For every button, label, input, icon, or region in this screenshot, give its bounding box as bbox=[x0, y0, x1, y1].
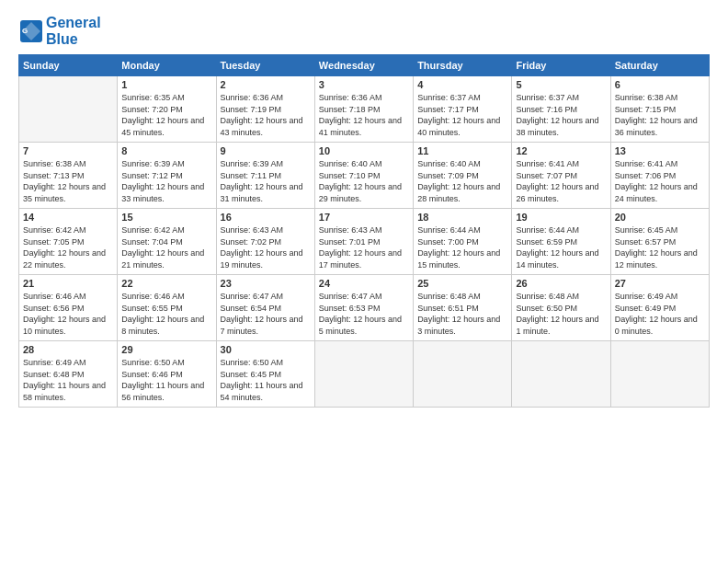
day-info: Sunrise: 6:39 AMSunset: 7:12 PMDaylight:… bbox=[121, 158, 211, 204]
calendar-cell bbox=[314, 341, 413, 407]
day-info: Sunrise: 6:48 AMSunset: 6:50 PMDaylight:… bbox=[516, 291, 606, 337]
day-number: 30 bbox=[221, 344, 311, 355]
day-info: Sunrise: 6:38 AMSunset: 7:13 PMDaylight:… bbox=[23, 158, 113, 204]
day-info: Sunrise: 6:49 AMSunset: 6:48 PMDaylight:… bbox=[23, 357, 113, 403]
calendar-cell: 29Sunrise: 6:50 AMSunset: 6:46 PMDayligh… bbox=[118, 341, 216, 407]
calendar-cell: 8Sunrise: 6:39 AMSunset: 7:12 PMDaylight… bbox=[118, 143, 216, 209]
day-number: 1 bbox=[121, 79, 211, 90]
week-row-1: 1Sunrise: 6:35 AMSunset: 7:20 PMDaylight… bbox=[19, 76, 710, 143]
calendar-cell: 3Sunrise: 6:36 AMSunset: 7:18 PMDaylight… bbox=[314, 76, 413, 143]
day-info: Sunrise: 6:49 AMSunset: 6:49 PMDaylight:… bbox=[615, 291, 705, 337]
day-info: Sunrise: 6:47 AMSunset: 6:54 PMDaylight:… bbox=[221, 291, 311, 337]
day-number: 28 bbox=[23, 344, 113, 355]
day-number: 11 bbox=[417, 145, 507, 156]
calendar-cell: 18Sunrise: 6:44 AMSunset: 7:00 PMDayligh… bbox=[414, 209, 512, 275]
day-info: Sunrise: 6:42 AMSunset: 7:05 PMDaylight:… bbox=[23, 224, 113, 270]
day-number: 15 bbox=[121, 212, 211, 223]
weekday-header-monday: Monday bbox=[118, 55, 216, 76]
day-number: 17 bbox=[319, 212, 409, 223]
calendar-table: SundayMondayTuesdayWednesdayThursdayFrid… bbox=[18, 54, 710, 407]
day-number: 18 bbox=[417, 212, 507, 223]
calendar-cell: 7Sunrise: 6:38 AMSunset: 7:13 PMDaylight… bbox=[19, 143, 118, 209]
week-row-4: 21Sunrise: 6:46 AMSunset: 6:56 PMDayligh… bbox=[19, 275, 710, 341]
day-info: Sunrise: 6:50 AMSunset: 6:45 PMDaylight:… bbox=[221, 357, 311, 403]
calendar-cell: 15Sunrise: 6:42 AMSunset: 7:04 PMDayligh… bbox=[118, 209, 216, 275]
calendar-cell: 20Sunrise: 6:45 AMSunset: 6:57 PMDayligh… bbox=[610, 209, 709, 275]
calendar-cell bbox=[610, 341, 709, 407]
day-info: Sunrise: 6:40 AMSunset: 7:10 PMDaylight:… bbox=[319, 158, 409, 204]
weekday-header-tuesday: Tuesday bbox=[216, 55, 314, 76]
day-info: Sunrise: 6:41 AMSunset: 7:06 PMDaylight:… bbox=[615, 158, 705, 204]
day-number: 14 bbox=[23, 212, 113, 223]
weekday-header-thursday: Thursday bbox=[414, 55, 512, 76]
day-info: Sunrise: 6:43 AMSunset: 7:01 PMDaylight:… bbox=[319, 224, 409, 270]
calendar-cell: 22Sunrise: 6:46 AMSunset: 6:55 PMDayligh… bbox=[118, 275, 216, 341]
svg-text:G: G bbox=[22, 27, 28, 35]
day-number: 23 bbox=[221, 278, 311, 289]
calendar-cell: 28Sunrise: 6:49 AMSunset: 6:48 PMDayligh… bbox=[19, 341, 118, 407]
calendar-cell: 30Sunrise: 6:50 AMSunset: 6:45 PMDayligh… bbox=[216, 341, 314, 407]
weekday-header-sunday: Sunday bbox=[19, 55, 118, 76]
day-info: Sunrise: 6:39 AMSunset: 7:11 PMDaylight:… bbox=[221, 158, 311, 204]
day-info: Sunrise: 6:37 AMSunset: 7:17 PMDaylight:… bbox=[417, 92, 507, 138]
calendar-cell: 17Sunrise: 6:43 AMSunset: 7:01 PMDayligh… bbox=[314, 209, 413, 275]
calendar-cell: 2Sunrise: 6:36 AMSunset: 7:19 PMDaylight… bbox=[216, 76, 314, 143]
page: G General Blue SundayMondayTuesdayWednes… bbox=[0, 0, 728, 563]
logo-icon: G bbox=[18, 18, 44, 44]
calendar-cell: 16Sunrise: 6:43 AMSunset: 7:02 PMDayligh… bbox=[216, 209, 314, 275]
weekday-header-row: SundayMondayTuesdayWednesdayThursdayFrid… bbox=[19, 55, 710, 76]
day-info: Sunrise: 6:36 AMSunset: 7:19 PMDaylight:… bbox=[221, 92, 311, 138]
week-row-2: 7Sunrise: 6:38 AMSunset: 7:13 PMDaylight… bbox=[19, 143, 710, 209]
day-info: Sunrise: 6:43 AMSunset: 7:02 PMDaylight:… bbox=[221, 224, 311, 270]
day-info: Sunrise: 6:50 AMSunset: 6:46 PMDaylight:… bbox=[121, 357, 211, 403]
week-row-5: 28Sunrise: 6:49 AMSunset: 6:48 PMDayligh… bbox=[19, 341, 710, 407]
calendar-cell: 14Sunrise: 6:42 AMSunset: 7:05 PMDayligh… bbox=[19, 209, 118, 275]
weekday-header-saturday: Saturday bbox=[610, 55, 709, 76]
logo-text: General Blue bbox=[46, 15, 101, 47]
day-info: Sunrise: 6:42 AMSunset: 7:04 PMDaylight:… bbox=[121, 224, 211, 270]
day-number: 7 bbox=[23, 145, 113, 156]
day-number: 26 bbox=[516, 278, 606, 289]
calendar-cell: 19Sunrise: 6:44 AMSunset: 6:59 PMDayligh… bbox=[512, 209, 610, 275]
calendar-cell bbox=[19, 76, 118, 143]
day-number: 24 bbox=[319, 278, 409, 289]
day-number: 3 bbox=[319, 79, 409, 90]
day-info: Sunrise: 6:40 AMSunset: 7:09 PMDaylight:… bbox=[417, 158, 507, 204]
calendar-cell: 26Sunrise: 6:48 AMSunset: 6:50 PMDayligh… bbox=[512, 275, 610, 341]
logo: G General Blue bbox=[18, 15, 101, 47]
calendar-cell: 1Sunrise: 6:35 AMSunset: 7:20 PMDaylight… bbox=[118, 76, 216, 143]
day-info: Sunrise: 6:37 AMSunset: 7:16 PMDaylight:… bbox=[516, 92, 606, 138]
day-info: Sunrise: 6:45 AMSunset: 6:57 PMDaylight:… bbox=[615, 224, 705, 270]
day-info: Sunrise: 6:46 AMSunset: 6:55 PMDaylight:… bbox=[121, 291, 211, 337]
weekday-header-friday: Friday bbox=[512, 55, 610, 76]
day-number: 20 bbox=[615, 212, 705, 223]
day-info: Sunrise: 6:48 AMSunset: 6:51 PMDaylight:… bbox=[417, 291, 507, 337]
day-info: Sunrise: 6:41 AMSunset: 7:07 PMDaylight:… bbox=[516, 158, 606, 204]
day-number: 8 bbox=[121, 145, 211, 156]
calendar-cell: 9Sunrise: 6:39 AMSunset: 7:11 PMDaylight… bbox=[216, 143, 314, 209]
calendar-cell bbox=[414, 341, 512, 407]
day-number: 19 bbox=[516, 212, 606, 223]
calendar-cell: 12Sunrise: 6:41 AMSunset: 7:07 PMDayligh… bbox=[512, 143, 610, 209]
header: G General Blue bbox=[18, 15, 710, 47]
day-info: Sunrise: 6:44 AMSunset: 7:00 PMDaylight:… bbox=[417, 224, 507, 270]
weekday-header-wednesday: Wednesday bbox=[314, 55, 413, 76]
day-number: 2 bbox=[221, 79, 311, 90]
day-info: Sunrise: 6:44 AMSunset: 6:59 PMDaylight:… bbox=[516, 224, 606, 270]
day-number: 5 bbox=[516, 79, 606, 90]
calendar-cell: 5Sunrise: 6:37 AMSunset: 7:16 PMDaylight… bbox=[512, 76, 610, 143]
day-info: Sunrise: 6:36 AMSunset: 7:18 PMDaylight:… bbox=[319, 92, 409, 138]
day-number: 22 bbox=[121, 278, 211, 289]
day-info: Sunrise: 6:47 AMSunset: 6:53 PMDaylight:… bbox=[319, 291, 409, 337]
day-info: Sunrise: 6:35 AMSunset: 7:20 PMDaylight:… bbox=[121, 92, 211, 138]
week-row-3: 14Sunrise: 6:42 AMSunset: 7:05 PMDayligh… bbox=[19, 209, 710, 275]
calendar-cell: 27Sunrise: 6:49 AMSunset: 6:49 PMDayligh… bbox=[610, 275, 709, 341]
calendar-cell: 25Sunrise: 6:48 AMSunset: 6:51 PMDayligh… bbox=[414, 275, 512, 341]
calendar-cell: 13Sunrise: 6:41 AMSunset: 7:06 PMDayligh… bbox=[610, 143, 709, 209]
day-number: 13 bbox=[615, 145, 705, 156]
day-number: 4 bbox=[417, 79, 507, 90]
day-number: 27 bbox=[615, 278, 705, 289]
day-info: Sunrise: 6:38 AMSunset: 7:15 PMDaylight:… bbox=[615, 92, 705, 138]
day-number: 21 bbox=[23, 278, 113, 289]
calendar-cell: 4Sunrise: 6:37 AMSunset: 7:17 PMDaylight… bbox=[414, 76, 512, 143]
